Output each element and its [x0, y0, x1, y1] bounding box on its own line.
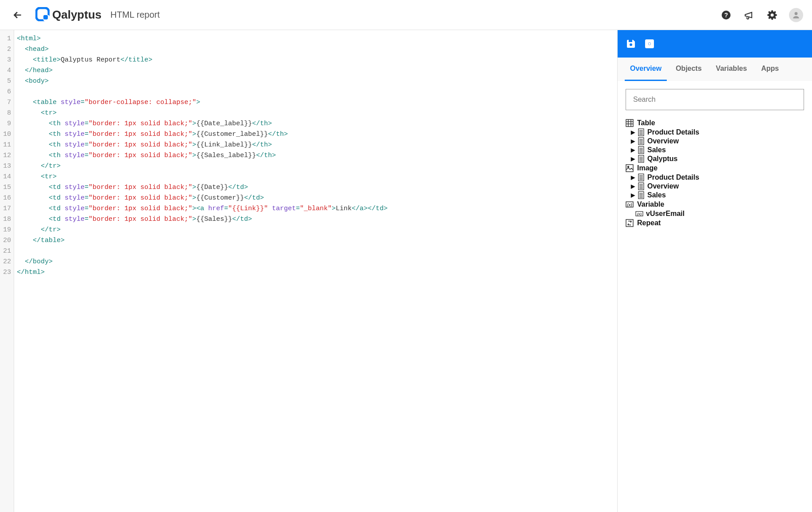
tree-item-label: Overview	[647, 137, 679, 145]
image-icon	[626, 164, 634, 172]
svg-text:(x): (x)	[637, 212, 642, 216]
tree-item-label: Product Details	[647, 128, 699, 136]
line-gutter: 1234567891011121314151617181920212223	[0, 30, 14, 512]
sheet-icon	[638, 137, 645, 145]
page-title: HTML report	[110, 10, 160, 20]
sidebar-content: Table ▶Product Details▶Overview▶Sales▶Qa…	[618, 81, 812, 512]
caret-right-icon: ▶	[631, 156, 635, 162]
caret-right-icon: ▶	[631, 183, 635, 189]
table-icon	[626, 119, 634, 127]
svg-point-6	[630, 43, 632, 46]
svg-text:?: ?	[724, 12, 728, 19]
gear-icon	[767, 10, 777, 20]
settings-button[interactable]	[766, 9, 778, 21]
sidebar-tabs: Overview Objects Variables Apps	[618, 58, 812, 81]
variable-icon: (x)	[626, 200, 634, 208]
svg-point-5	[795, 12, 798, 15]
tree-section-image[interactable]: Image	[626, 163, 804, 173]
arrow-left-icon	[12, 9, 23, 21]
announce-button[interactable]	[743, 9, 755, 21]
user-icon	[792, 11, 800, 19]
svg-rect-11	[626, 119, 633, 127]
tree-item-label: vUserEmail	[646, 210, 684, 218]
caret-right-icon: ▶	[631, 174, 635, 181]
save-button[interactable]	[626, 38, 636, 49]
tree-item[interactable]: ▶Sales	[631, 191, 804, 200]
help-button[interactable]: ?	[720, 9, 732, 21]
tree-item-label: Sales	[647, 146, 666, 154]
tree-section-table[interactable]: Table	[626, 118, 804, 128]
user-avatar[interactable]	[789, 8, 803, 22]
tree-label: Image	[637, 164, 657, 172]
help-icon: ?	[721, 10, 731, 20]
tree-item[interactable]: ▶Overview	[631, 137, 804, 146]
save-icon	[626, 38, 636, 49]
tree-label: Repeat	[637, 219, 661, 227]
caret-right-icon: ▶	[631, 138, 635, 144]
svg-rect-7	[629, 40, 632, 42]
tree-label: Variable	[637, 200, 664, 208]
tree-item[interactable]: ▶Product Details	[631, 173, 804, 182]
brand-name: Qalyptus	[52, 8, 101, 22]
svg-point-10	[649, 43, 650, 45]
tab-objects[interactable]: Objects	[670, 58, 707, 81]
sidebar: Overview Objects Variables Apps Table ▶P…	[617, 30, 812, 512]
svg-rect-36	[626, 165, 633, 172]
tab-overview[interactable]: Overview	[625, 58, 667, 81]
brand-logo[interactable]: Qalyptus	[35, 7, 101, 23]
code-content[interactable]: <html> <head> <title>Qalyptus Report</ti…	[14, 30, 617, 512]
tree-item[interactable]: ▶Product Details	[631, 128, 804, 137]
caret-right-icon: ▶	[631, 147, 635, 153]
tree-item[interactable]: ▶Sales	[631, 146, 804, 154]
tree-item-label: Qalyptus	[647, 155, 677, 163]
tree-item[interactable]: (x)vUserEmail	[626, 209, 804, 218]
sidebar-toolbar	[618, 30, 812, 58]
caret-right-icon: ▶	[631, 192, 635, 198]
back-button[interactable]	[9, 6, 27, 24]
preview-icon	[644, 38, 655, 49]
tree-item-label: Product Details	[647, 173, 699, 181]
svg-rect-57	[626, 219, 633, 227]
header: Qalyptus HTML report ?	[0, 0, 812, 30]
sheet-icon	[638, 173, 645, 181]
tab-apps[interactable]: Apps	[756, 58, 784, 81]
tree-item[interactable]: ▶Qalyptus	[631, 154, 804, 163]
tree-item-label: Overview	[647, 182, 679, 190]
tree-section-repeat[interactable]: Repeat	[626, 218, 804, 228]
tree-item[interactable]: ▶Overview	[631, 182, 804, 191]
header-actions: ?	[720, 8, 803, 22]
tree-section-variable[interactable]: (x) Variable	[626, 200, 804, 209]
sheet-icon	[638, 146, 645, 154]
svg-text:(x): (x)	[627, 203, 632, 207]
tree-label: Table	[637, 119, 655, 127]
sheet-icon	[638, 128, 645, 136]
svg-rect-2	[43, 15, 48, 19]
megaphone-icon	[744, 10, 754, 20]
code-editor[interactable]: 1234567891011121314151617181920212223 <h…	[0, 30, 617, 512]
tree-item-label: Sales	[647, 191, 666, 199]
preview-button[interactable]	[644, 38, 655, 49]
sheet-icon	[638, 182, 645, 190]
sheet-icon	[638, 191, 645, 199]
tab-variables[interactable]: Variables	[711, 58, 752, 81]
variable-icon: (x)	[635, 210, 643, 218]
search-input[interactable]	[626, 89, 804, 110]
qalyptus-logo-icon	[35, 7, 50, 23]
caret-right-icon: ▶	[631, 129, 635, 135]
sheet-icon	[638, 155, 645, 163]
repeat-icon	[626, 219, 634, 227]
